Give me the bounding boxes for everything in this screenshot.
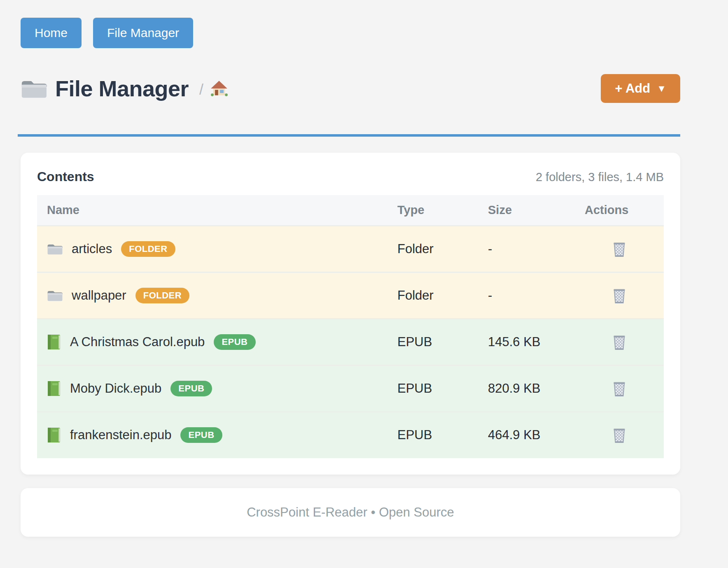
delete-button[interactable]: [610, 425, 628, 445]
item-size: 464.9 KB: [478, 412, 575, 458]
item-type: EPUB: [387, 412, 478, 458]
wastebasket-icon: [612, 426, 627, 444]
page: Home File Manager File Manager / + Add ▼…: [0, 0, 728, 553]
column-header-size: Size: [478, 195, 575, 226]
add-button-label: + Add: [615, 81, 650, 96]
table-header-row: Name Type Size Actions: [37, 195, 664, 226]
home-icon[interactable]: [210, 80, 228, 97]
header-divider: [18, 134, 680, 137]
item-name-link[interactable]: wallpaper: [72, 288, 126, 303]
item-type: Folder: [387, 226, 478, 272]
chevron-down-icon: ▼: [657, 83, 666, 94]
wastebasket-icon: [612, 333, 627, 351]
table-row: frankenstein.epub EPUB EPUB 464.9 KB: [37, 412, 664, 458]
add-button[interactable]: + Add ▼: [601, 74, 680, 103]
green-book-icon: [47, 427, 61, 443]
table-row: articles FOLDER Folder -: [37, 226, 664, 272]
page-title-group: File Manager /: [21, 76, 228, 101]
item-type: EPUB: [387, 365, 478, 412]
item-size: -: [478, 226, 575, 272]
page-title: File Manager: [55, 76, 189, 101]
item-name-link[interactable]: articles: [72, 242, 112, 256]
type-badge: FOLDER: [121, 241, 175, 257]
type-badge: EPUB: [180, 427, 222, 443]
type-badge: EPUB: [214, 334, 255, 350]
contents-card-header: Contents 2 folders, 3 files, 1.4 MB: [37, 169, 664, 184]
contents-title: Contents: [37, 169, 94, 184]
delete-button[interactable]: [610, 285, 628, 306]
green-book-icon: [47, 334, 61, 350]
table-row: Moby Dick.epub EPUB EPUB 820.9 KB: [37, 365, 664, 412]
item-type: EPUB: [387, 319, 478, 365]
footer: CrossPoint E-Reader • Open Source: [21, 488, 680, 537]
type-badge: EPUB: [170, 381, 212, 396]
delete-button[interactable]: [610, 239, 628, 259]
column-header-name: Name: [37, 195, 387, 226]
folder-icon: [21, 78, 47, 100]
home-button[interactable]: Home: [21, 18, 82, 48]
delete-button[interactable]: [610, 332, 628, 352]
file-table: Name Type Size Actions articles FOLDER F…: [37, 195, 664, 458]
footer-text: CrossPoint E-Reader • Open Source: [247, 505, 454, 520]
wastebasket-icon: [612, 240, 627, 258]
item-size: 145.6 KB: [478, 319, 575, 365]
item-name-link[interactable]: A Christmas Carol.epub: [70, 335, 205, 349]
table-row: A Christmas Carol.epub EPUB EPUB 145.6 K…: [37, 319, 664, 365]
folder-icon: [47, 242, 63, 256]
item-type: Folder: [387, 272, 478, 319]
wastebasket-icon: [612, 287, 627, 304]
item-size: 820.9 KB: [478, 365, 575, 412]
table-row: wallpaper FOLDER Folder -: [37, 272, 664, 319]
wastebasket-icon: [612, 380, 627, 397]
contents-summary: 2 folders, 3 files, 1.4 MB: [536, 170, 664, 184]
green-book-icon: [47, 380, 61, 397]
contents-card: Contents 2 folders, 3 files, 1.4 MB Name…: [21, 153, 680, 475]
page-header: File Manager / + Add ▼: [21, 71, 680, 106]
item-name-link[interactable]: frankenstein.epub: [70, 428, 171, 442]
folder-icon: [47, 289, 63, 302]
item-size: -: [478, 272, 575, 319]
top-nav: Home File Manager: [21, 18, 680, 48]
file-manager-button[interactable]: File Manager: [93, 18, 193, 48]
type-badge: FOLDER: [135, 288, 189, 303]
delete-button[interactable]: [610, 378, 628, 399]
column-header-type: Type: [387, 195, 478, 226]
column-header-actions: Actions: [575, 195, 664, 226]
breadcrumb-separator: /: [199, 81, 203, 98]
item-name-link[interactable]: Moby Dick.epub: [70, 381, 161, 396]
